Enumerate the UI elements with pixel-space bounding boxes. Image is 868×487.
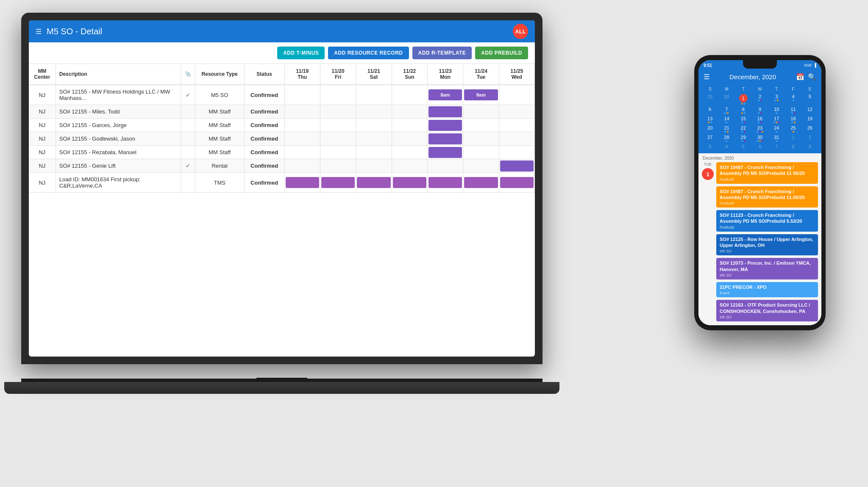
cal-day-cell[interactable]: 25	[785, 125, 801, 133]
cal-day-cell[interactable]: 28	[718, 134, 734, 143]
cal-day-cell[interactable]: 5	[802, 93, 818, 105]
cal-day-cell[interactable]: 19	[802, 115, 818, 124]
add-tminus-button[interactable]: ADD T-MINUS	[277, 47, 325, 59]
cal-day-cell[interactable]: 30	[752, 134, 768, 143]
cal-day-cell[interactable]: 16	[752, 115, 768, 124]
cal-day-cell[interactable]: 2	[802, 134, 818, 143]
schedule-cell	[320, 132, 356, 146]
cal-day-cell[interactable]: 2	[752, 93, 768, 105]
cal-day-cell[interactable]: 24	[768, 125, 785, 133]
resource-type-cell: MM Staff	[195, 105, 244, 119]
event-card[interactable]: SO# 10487 - Crunch Franchising / Assembl…	[716, 162, 818, 184]
table-row[interactable]: NJSO# 12155 - Garces, JorgeMM StaffConfi…	[29, 119, 535, 132]
add-resource-record-button[interactable]: ADD RESOURCE RECORD	[328, 47, 409, 59]
phone-menu-icon[interactable]: ☰	[704, 73, 709, 81]
cal-day-cell[interactable]: 8	[785, 143, 801, 150]
cal-day-cell[interactable]: 3	[768, 93, 785, 105]
cal-day-cell[interactable]: 4	[718, 143, 734, 150]
cal-day-cell[interactable]: 5	[735, 143, 751, 150]
phone-search-icon[interactable]: 🔍	[808, 73, 816, 81]
description-cell: SO# 12155 - Garces, Jorge	[56, 119, 181, 132]
event-card[interactable]: SO# 12073 - Precor, Inc. / Emilson YMCA,…	[716, 258, 818, 279]
laptop-device: ☰ M5 SO - Detail ALL ADD T-MINUS ADD RES…	[21, 13, 542, 394]
cal-day-cell[interactable]: 7	[718, 106, 734, 115]
laptop-screen: ☰ M5 SO - Detail ALL ADD T-MINUS ADD RES…	[29, 20, 535, 357]
event-card[interactable]: 21PC PRECOR - XPOEvent	[716, 282, 818, 297]
description-cell: SO# 12155 - Rezabala, Manuel	[56, 146, 181, 159]
cal-day-cell[interactable]: 1	[735, 93, 751, 105]
cal-day-cell[interactable]: 18	[785, 115, 801, 124]
table-row[interactable]: NJSO# 12155 - MW Fitness Holdings LLC / …	[29, 85, 535, 105]
mm-center-cell: NJ	[29, 173, 56, 193]
phone-calendar-icon[interactable]: 📅	[796, 73, 804, 81]
check-cell: ✓	[181, 85, 195, 105]
cal-day-cell[interactable]: 9	[752, 106, 768, 115]
cal-day-cell[interactable]: 9	[802, 143, 818, 150]
phone-screen: 9:51 ● 5GE ▐ ☰ December, 2020 📅 🔍 S M	[698, 60, 821, 325]
cal-day-cell[interactable]: 29	[735, 134, 751, 143]
schedule-cell	[499, 159, 534, 173]
cal-day-cell[interactable]: 20	[702, 125, 718, 133]
check-cell	[181, 146, 195, 159]
schedule-cell	[284, 119, 320, 132]
cal-day-cell[interactable]: 14	[718, 115, 734, 124]
cal-day-cell[interactable]: 6	[702, 106, 718, 115]
dow-t2: T	[768, 87, 785, 91]
cal-day-cell[interactable]: 3	[702, 143, 718, 150]
cal-day-cell[interactable]: 30	[718, 93, 734, 105]
cal-day-cell[interactable]: 23	[752, 125, 768, 133]
add-prebuild-button[interactable]: ADD PREBUILD	[475, 47, 528, 59]
cal-day-cell[interactable]: 22	[735, 125, 751, 133]
cal-day-cell[interactable]: 1	[785, 134, 801, 143]
schedule-cell	[463, 132, 499, 146]
description-cell: SO# 12155 - Miles, Todd	[56, 105, 181, 119]
cal-day-cell[interactable]: 27	[702, 134, 718, 143]
schedule-cell	[463, 119, 499, 132]
schedule-cell	[284, 105, 320, 119]
laptop-body: ☰ M5 SO - Detail ALL ADD T-MINUS ADD RES…	[21, 13, 542, 364]
cal-day-cell[interactable]: 26	[802, 125, 818, 133]
events-list: SO# 10487 - Crunch Franchising / Assembl…	[716, 162, 818, 323]
schedule-cell	[356, 173, 392, 193]
resource-table: MMCenter Description 📎 Resource Type Sta…	[29, 64, 535, 193]
schedule-cell	[427, 159, 463, 173]
event-card[interactable]: SO# 12163 - OTF Product Sourcing LLC / C…	[716, 300, 818, 321]
date-1119-header: 11/19Thu	[284, 64, 320, 85]
laptop-notch	[256, 378, 307, 382]
event-card[interactable]: SO# 10487 - Crunch Franchising / Assembl…	[716, 186, 818, 208]
dow-m: M	[718, 87, 735, 91]
table-row[interactable]: NJSO# 12155 - Godlewski, JasonMM StaffCo…	[29, 132, 535, 146]
hamburger-icon[interactable]: ☰	[36, 28, 42, 36]
cal-day-cell[interactable]: 31	[768, 134, 785, 143]
schedule-cell	[392, 173, 427, 193]
cal-day-cell[interactable]: 21	[718, 125, 734, 133]
cal-day-cell[interactable]: 15	[735, 115, 751, 124]
schedule-cell	[284, 146, 320, 159]
event-card[interactable]: SO# 11123 - Crunch Franchising / Assembl…	[716, 210, 818, 232]
schedule-cell	[392, 159, 427, 173]
schedule-cell	[392, 85, 427, 105]
table-row[interactable]: NJSO# 12155 - Rezabala, ManuelMM StaffCo…	[29, 146, 535, 159]
description-cell: SO# 12155 - Godlewski, Jason	[56, 132, 181, 146]
event-card[interactable]: SO# 12125 - Row House / Upper Arlington,…	[716, 234, 818, 256]
table-row[interactable]: NJSO# 12155 - Genie Lift✓RentalConfirmed	[29, 159, 535, 173]
schedule-cell	[320, 119, 356, 132]
cal-day-cell[interactable]: 12	[802, 106, 818, 115]
add-rtemplate-button[interactable]: ADD R-TEMPLATE	[412, 47, 472, 59]
cal-day-cell[interactable]: 4	[785, 93, 801, 105]
mm-center-header: MMCenter	[29, 64, 56, 85]
table-row[interactable]: NJLoad ID: MM001634 First pickup: C&R,La…	[29, 173, 535, 193]
cal-day-cell[interactable]: 10	[768, 106, 785, 115]
cal-day-cell[interactable]: 17	[768, 115, 785, 124]
cal-day-cell[interactable]: 11	[785, 106, 801, 115]
check-cell	[181, 105, 195, 119]
cal-day-cell[interactable]: 8	[735, 106, 751, 115]
cal-day-cell[interactable]: 29	[702, 93, 718, 105]
cal-day-cell[interactable]: 13	[702, 115, 718, 124]
table-row[interactable]: NJSO# 12155 - Miles, ToddMM StaffConfirm…	[29, 105, 535, 119]
cal-day-cell[interactable]: 6	[752, 143, 768, 150]
schedule-cell	[284, 159, 320, 173]
all-badge[interactable]: ALL	[513, 24, 528, 39]
schedule-cell	[356, 132, 392, 146]
cal-day-cell[interactable]: 7	[768, 143, 785, 150]
